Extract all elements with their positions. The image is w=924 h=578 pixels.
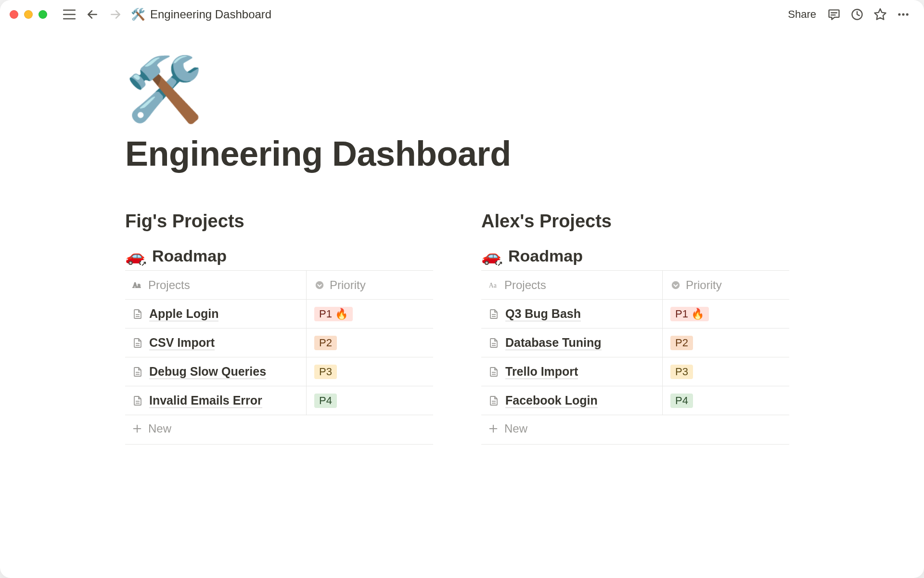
table-row[interactable]: Apple Login P1 🔥 bbox=[125, 300, 433, 328]
column-header-projects[interactable]: Aa Projects bbox=[125, 271, 306, 299]
page-icon bbox=[132, 366, 143, 378]
table-header: Aa Projects Priority bbox=[481, 271, 789, 300]
priority-badge[interactable]: P1 🔥 bbox=[314, 307, 353, 321]
svg-text:Aa: Aa bbox=[489, 281, 497, 289]
priority-badge[interactable]: P2 bbox=[314, 336, 337, 350]
ellipsis-icon bbox=[897, 8, 910, 21]
select-property-icon bbox=[670, 280, 681, 290]
priority-badge[interactable]: P4 bbox=[314, 394, 337, 408]
columns-container: Fig's Projects 🚗↗ Roadmap Aa Projects bbox=[125, 211, 799, 445]
page-icon bbox=[132, 337, 143, 349]
priority-badge[interactable]: P1 🔥 bbox=[670, 307, 709, 321]
page-icon[interactable]: 🛠️ bbox=[125, 58, 799, 120]
breadcrumb-page-title: Engineering Dashboard bbox=[150, 8, 271, 21]
sidebar-toggle-button[interactable] bbox=[60, 5, 79, 24]
column-header-priority[interactable]: Priority bbox=[306, 271, 433, 299]
table-row[interactable]: Database Tuning P2 bbox=[481, 328, 789, 357]
window-minimize-button[interactable] bbox=[24, 10, 33, 19]
select-property-icon bbox=[314, 280, 325, 290]
table-row[interactable]: Invalid Emails Error P4 bbox=[125, 386, 433, 415]
linked-arrow-icon: ↗ bbox=[497, 260, 503, 267]
plus-icon bbox=[132, 423, 142, 434]
priority-badge[interactable]: P3 bbox=[670, 365, 693, 379]
column-header-projects[interactable]: Aa Projects bbox=[481, 271, 662, 299]
window-controls bbox=[10, 10, 47, 19]
column-header-label: Priority bbox=[330, 278, 366, 292]
page-icon bbox=[132, 395, 143, 407]
breadcrumb[interactable]: 🛠️ Engineering Dashboard bbox=[131, 8, 271, 21]
nav-forward-button[interactable] bbox=[106, 5, 125, 24]
column-header-label: Projects bbox=[148, 278, 190, 292]
arrow-right-icon bbox=[109, 8, 122, 21]
row-title[interactable]: Apple Login bbox=[149, 307, 218, 321]
page-icon bbox=[488, 337, 500, 349]
linked-database-name: Roadmap bbox=[152, 247, 227, 265]
column-header-label: Projects bbox=[504, 278, 546, 292]
page-title[interactable]: Engineering Dashboard bbox=[125, 134, 799, 173]
text-property-icon: Aa bbox=[132, 280, 142, 290]
row-title[interactable]: Invalid Emails Error bbox=[149, 394, 262, 408]
linked-database-title[interactable]: 🚗↗ Roadmap bbox=[481, 246, 789, 265]
page-icon bbox=[488, 366, 500, 378]
row-title[interactable]: Debug Slow Queries bbox=[149, 365, 266, 379]
text-property-icon: Aa bbox=[488, 280, 499, 290]
new-row-label: New bbox=[148, 422, 171, 435]
share-button[interactable]: Share bbox=[784, 8, 820, 21]
row-title[interactable]: Facebook Login bbox=[505, 394, 598, 408]
car-icon: 🚗↗ bbox=[481, 246, 501, 265]
window-zoom-button[interactable] bbox=[38, 10, 47, 19]
priority-badge[interactable]: P4 bbox=[670, 394, 693, 408]
column-alexs-projects: Alex's Projects 🚗↗ Roadmap Aa Projects bbox=[481, 211, 789, 445]
topbar-actions: Share bbox=[784, 5, 912, 24]
linked-database-title[interactable]: 🚗↗ Roadmap bbox=[125, 246, 433, 265]
table-row[interactable]: CSV Import P2 bbox=[125, 328, 433, 357]
table-row[interactable]: Q3 Bug Bash P1 🔥 bbox=[481, 300, 789, 328]
new-row-button[interactable]: New bbox=[481, 415, 789, 445]
row-title[interactable]: CSV Import bbox=[149, 336, 215, 350]
column-heading[interactable]: Fig's Projects bbox=[125, 211, 433, 232]
row-title[interactable]: Database Tuning bbox=[505, 336, 602, 350]
window-close-button[interactable] bbox=[10, 10, 18, 19]
svg-marker-8 bbox=[874, 9, 886, 19]
favorite-button[interactable] bbox=[871, 5, 889, 24]
nav-back-button[interactable] bbox=[83, 5, 102, 24]
star-icon bbox=[873, 8, 887, 21]
table-row[interactable]: Debug Slow Queries P3 bbox=[125, 357, 433, 386]
comments-button[interactable] bbox=[825, 5, 843, 24]
svg-point-13 bbox=[316, 281, 324, 289]
page-icon bbox=[132, 308, 143, 320]
svg-point-10 bbox=[902, 13, 904, 15]
updates-button[interactable] bbox=[848, 5, 866, 24]
priority-badge[interactable]: P2 bbox=[670, 336, 693, 350]
car-icon: 🚗↗ bbox=[125, 246, 145, 265]
page-icon bbox=[488, 308, 500, 320]
more-options-button[interactable] bbox=[894, 5, 912, 24]
speech-bubble-icon bbox=[827, 8, 841, 21]
arrow-left-icon bbox=[86, 8, 99, 21]
priority-badge[interactable]: P3 bbox=[314, 365, 337, 379]
database-table: Aa Projects Priority Apple Login bbox=[125, 270, 433, 445]
svg-point-25 bbox=[672, 281, 680, 289]
column-figs-projects: Fig's Projects 🚗↗ Roadmap Aa Projects bbox=[125, 211, 433, 445]
linked-database-name: Roadmap bbox=[508, 247, 583, 265]
breadcrumb-page-icon: 🛠️ bbox=[131, 9, 145, 20]
row-title[interactable]: Q3 Bug Bash bbox=[505, 307, 581, 321]
column-header-priority[interactable]: Priority bbox=[662, 271, 789, 299]
hamburger-icon bbox=[63, 9, 76, 20]
linked-arrow-icon: ↗ bbox=[141, 260, 147, 267]
page-content: 🛠️ Engineering Dashboard Fig's Projects … bbox=[0, 29, 924, 578]
topbar: 🛠️ Engineering Dashboard Share bbox=[0, 0, 924, 29]
new-row-label: New bbox=[504, 422, 527, 435]
new-row-button[interactable]: New bbox=[125, 415, 433, 445]
column-header-label: Priority bbox=[686, 278, 722, 292]
row-title[interactable]: Trello Import bbox=[505, 365, 578, 379]
column-heading[interactable]: Alex's Projects bbox=[481, 211, 789, 232]
svg-point-9 bbox=[898, 13, 900, 15]
page-icon bbox=[488, 395, 500, 407]
table-header: Aa Projects Priority bbox=[125, 271, 433, 300]
svg-text:Aa: Aa bbox=[133, 281, 141, 289]
clock-icon bbox=[850, 8, 864, 21]
table-row[interactable]: Facebook Login P4 bbox=[481, 386, 789, 415]
app-window: 🛠️ Engineering Dashboard Share 🛠️ Engine… bbox=[0, 0, 924, 578]
table-row[interactable]: Trello Import P3 bbox=[481, 357, 789, 386]
